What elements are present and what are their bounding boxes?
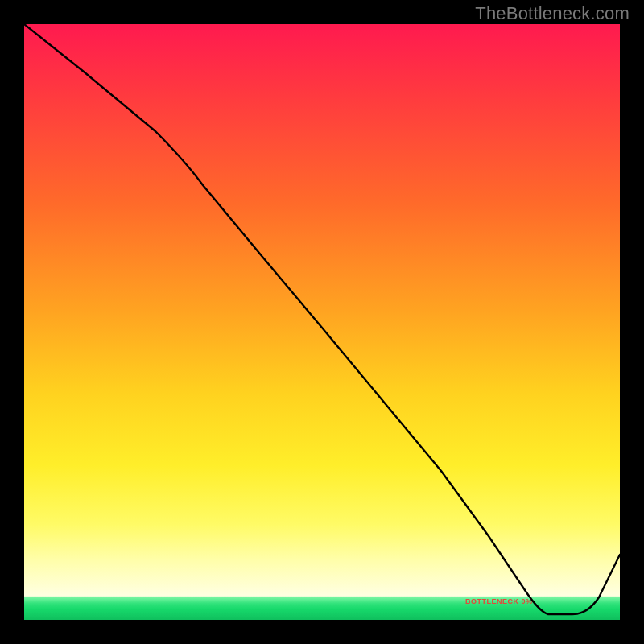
plot-area: BOTTLENECK 0% bbox=[24, 24, 620, 620]
bottleneck-gradient-background bbox=[24, 24, 620, 620]
watermark-text: TheBottleneck.com bbox=[475, 3, 630, 24]
chart-frame: TheBottleneck.com BOTTLENECK 0% bbox=[0, 0, 644, 644]
bottleneck-zero-label: BOTTLENECK 0% bbox=[465, 597, 533, 605]
